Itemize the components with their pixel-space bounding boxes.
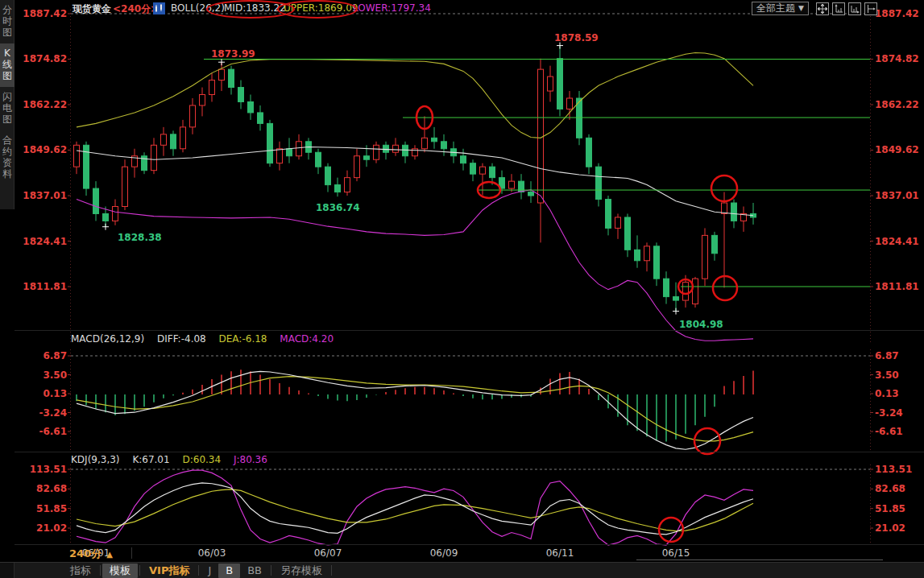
svg-text:82.68: 82.68	[875, 483, 905, 494]
kdj-header: KDJ(9,3,3) K:67.01 D:60.34 J:80.36	[71, 454, 277, 465]
chart-canvas[interactable]: 1887.421887.421874.821874.821862.221862.…	[0, 0, 924, 578]
macd-macd-value: MACD:4.20	[280, 333, 334, 345]
tab-save-template[interactable]: 另存模板	[273, 564, 329, 578]
period-label[interactable]: <240分>	[113, 2, 159, 16]
chevron-down-icon: ▼	[798, 2, 804, 14]
svg-text:1874.82: 1874.82	[875, 53, 919, 64]
theme-dropdown[interactable]: 全部主题 ▼	[752, 2, 809, 15]
symbol-name[interactable]: 现货黄金	[73, 2, 111, 16]
divider	[198, 565, 199, 576]
svg-text:1874.82: 1874.82	[23, 53, 67, 64]
kdj-k-value: K:67.01	[132, 454, 169, 465]
svg-text:06/03: 06/03	[198, 547, 226, 559]
sidebar-item-contract-info[interactable]: 合约资料	[0, 130, 15, 185]
markers-layer: 1873.991878.591828.381836.741804.98	[102, 32, 723, 330]
svg-text:1804.98: 1804.98	[679, 319, 723, 330]
svg-text:1837.01: 1837.01	[23, 190, 67, 201]
svg-text:3.50: 3.50	[43, 370, 67, 381]
macd-dea-value: DEA:-6.18	[219, 333, 267, 345]
tab-bb[interactable]: BB	[240, 564, 269, 578]
axis-scale-horizontal-icon[interactable]	[848, 2, 861, 15]
svg-text:06/15: 06/15	[662, 547, 690, 559]
kdj-d-value: D:60.34	[182, 454, 221, 465]
svg-text:1836.74: 1836.74	[316, 202, 360, 213]
svg-text:-3.24: -3.24	[39, 407, 67, 419]
tab-templates[interactable]: 模板	[102, 564, 138, 578]
svg-text:21.02: 21.02	[875, 522, 905, 534]
tab-indicators[interactable]: 指标	[63, 564, 98, 578]
svg-text:0.13: 0.13	[875, 388, 899, 399]
sidebar: 分时图 K线图 闪电图 合约资料	[0, 0, 15, 578]
svg-text:1878.59: 1878.59	[554, 32, 599, 43]
divider	[271, 565, 271, 576]
tab-b[interactable]: B	[218, 564, 240, 578]
svg-text:06/07: 06/07	[314, 547, 342, 559]
svg-text:1811.81: 1811.81	[875, 281, 919, 292]
svg-text:1862.22: 1862.22	[23, 99, 67, 110]
svg-text:113.51: 113.51	[875, 464, 912, 475]
sidebar-item-flashchart[interactable]: 闪电图	[0, 87, 15, 130]
svg-text:113.51: 113.51	[30, 464, 67, 475]
divider	[139, 565, 140, 576]
svg-text:1837.01: 1837.01	[875, 190, 919, 201]
hlines-layer	[204, 59, 870, 287]
svg-text:1849.62: 1849.62	[875, 144, 919, 155]
divider	[131, 547, 132, 559]
kdj-j-value: J:80.36	[234, 454, 267, 465]
scrollbar[interactable]	[636, 559, 883, 560]
svg-text:-6.61: -6.61	[39, 426, 67, 437]
separator-macd-kdj	[15, 452, 924, 452]
tab-vip-indicators[interactable]: VIP指标	[142, 564, 197, 578]
svg-text:06/11: 06/11	[546, 547, 574, 559]
svg-text:1824.41: 1824.41	[875, 236, 919, 247]
svg-text:1849.62: 1849.62	[23, 144, 67, 155]
macd-diff-value: DIFF:-4.08	[157, 333, 206, 345]
boll-layer	[77, 53, 753, 341]
svg-text:-3.24: -3.24	[875, 407, 903, 419]
trading-app: { "header": { "symbol": "现货黄金", "period"…	[0, 0, 924, 578]
kdj-title: KDJ(9,3,3)	[71, 454, 120, 465]
toolbar-corner	[0, 563, 15, 578]
svg-text:82.68: 82.68	[36, 483, 67, 494]
svg-text:1873.99: 1873.99	[211, 48, 255, 60]
period-selector[interactable]: 240分▲	[69, 547, 113, 561]
svg-text:1824.41: 1824.41	[23, 236, 67, 247]
divider	[331, 565, 332, 576]
kline-icon	[153, 2, 165, 14]
svg-text:0.13: 0.13	[43, 388, 67, 399]
svg-text:06/09: 06/09	[430, 547, 458, 559]
chart-header: 现货黄金 <240分> BOLL(26,2) MID:1833.22 UPPER…	[0, 0, 924, 18]
bottom-toolbar: 指标 模板 VIP指标 J B BB 另存模板	[0, 562, 924, 578]
macd-title: MACD(26,12,9)	[71, 333, 144, 345]
macd-header: MACD(26,12,9) DIFF:-4.08 DEA:-6.18 MACD:…	[71, 333, 343, 345]
divider	[100, 565, 101, 576]
separator-kdj-dates	[15, 544, 924, 545]
svg-text:51.85: 51.85	[36, 503, 67, 514]
svg-text:6.87: 6.87	[43, 350, 67, 361]
svg-text:51.85: 51.85	[875, 503, 905, 514]
svg-text:1862.22: 1862.22	[875, 99, 919, 110]
shift-right-icon[interactable]	[864, 2, 877, 15]
svg-text:-6.61: -6.61	[875, 426, 903, 437]
svg-text:3.50: 3.50	[875, 370, 899, 381]
theme-dropdown-label: 全部主题	[756, 2, 795, 14]
sidebar-item-kline[interactable]: K线图	[0, 43, 15, 87]
candles-layer	[74, 46, 756, 312]
boll-lower-value: LOWER:1797.34	[353, 2, 431, 14]
svg-text:1828.38: 1828.38	[118, 232, 162, 243]
date-axis: 06/0106/0306/0706/0906/1106/15	[82, 547, 690, 559]
kdj-layer	[77, 470, 753, 545]
annotation-circle-upper	[277, 0, 358, 19]
sidebar-rail: 分时图 K线图 闪电图 合约资料	[0, 0, 15, 209]
axis-scale-vertical-icon[interactable]	[832, 2, 845, 15]
pan-cross-icon[interactable]	[816, 2, 829, 15]
period-selector-label: 240分	[69, 547, 102, 559]
svg-text:21.02: 21.02	[36, 522, 67, 534]
svg-text:6.87: 6.87	[875, 350, 899, 361]
separator-main-macd	[15, 330, 924, 331]
macd-layer	[77, 370, 753, 449]
triangle-up-icon: ▲	[106, 550, 113, 559]
tab-j[interactable]: J	[201, 564, 218, 578]
svg-text:1811.81: 1811.81	[23, 281, 67, 292]
